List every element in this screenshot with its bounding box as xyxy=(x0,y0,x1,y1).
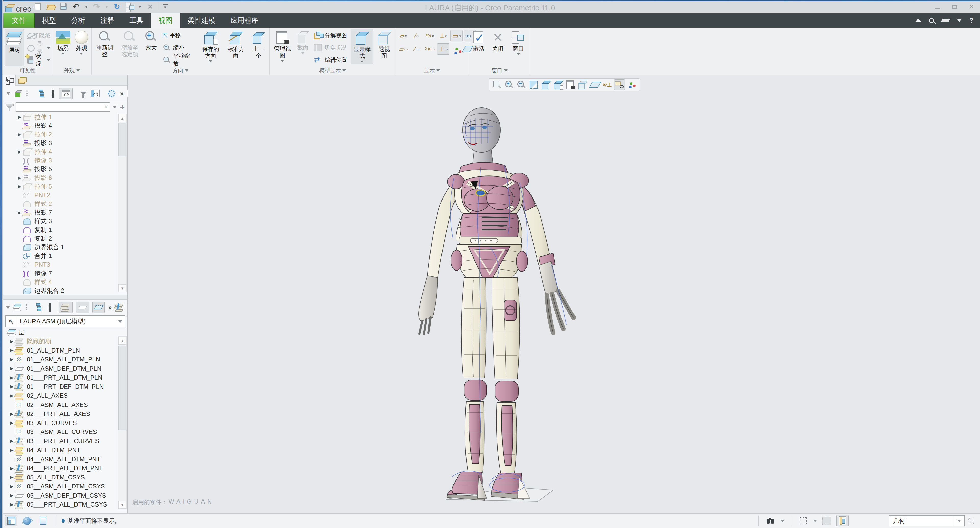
learning-center-icon[interactable] xyxy=(941,19,950,22)
layer-more-dots[interactable] xyxy=(25,301,27,313)
saved-orientations-button[interactable]: 保存的方向 xyxy=(199,29,223,64)
tab-file[interactable]: 文件 xyxy=(3,13,35,27)
select-box-button[interactable] xyxy=(797,515,810,526)
tab-tools[interactable]: 工具 xyxy=(122,13,151,27)
undo-button[interactable]: ↶ xyxy=(71,2,81,11)
layer-item[interactable]: ▶隐藏的项 xyxy=(3,337,127,346)
scroll-up-button[interactable]: ▲ xyxy=(118,114,126,122)
layer-item[interactable]: ▶01__ASM_DEF_DTM_PLN xyxy=(3,364,127,373)
resize-grip[interactable] xyxy=(968,518,974,524)
add-filter-button[interactable]: + xyxy=(119,103,125,111)
tree-item[interactable]: ▶样式 4 xyxy=(3,278,127,286)
new-file-button[interactable] xyxy=(33,2,43,11)
undo-dropdown[interactable]: ▼ xyxy=(84,2,89,11)
layer-tree-scrollbar[interactable]: ▲ ▼ xyxy=(118,337,127,509)
find-button[interactable] xyxy=(765,515,777,526)
tab-model[interactable]: 模型 xyxy=(35,13,64,27)
tree-item[interactable]: ▶边界混合 2 xyxy=(3,286,127,295)
layer-item[interactable]: ▶04___PRT_ALL_DTM_PNT xyxy=(3,464,127,473)
zoom-in-button[interactable]: 放大 xyxy=(143,29,159,53)
tab-flexible-modeling[interactable]: 柔性建模 xyxy=(180,13,223,27)
save-button[interactable] xyxy=(58,2,68,11)
hide-button[interactable]: 隐藏 xyxy=(25,30,52,41)
switch-status-button[interactable]: 切换状况 xyxy=(312,42,350,54)
axis-tag-display-toggle[interactable]: ∕▭ xyxy=(410,43,423,55)
layer-item[interactable]: ▶01_ALL_DTM_PLN xyxy=(3,346,127,355)
tab-analysis[interactable]: 分析 xyxy=(64,13,93,27)
status-button[interactable]: 状况 xyxy=(25,54,52,66)
activate-button[interactable]: 激活 xyxy=(470,29,488,54)
close-window-button[interactable]: ✕ xyxy=(145,2,155,11)
layer-item[interactable]: ▶03_ALL_CURVES xyxy=(3,418,127,428)
display-style-button[interactable]: 显示样式 xyxy=(351,29,374,64)
tree-item[interactable]: ▶拉伸 2 xyxy=(3,130,127,139)
open-file-button[interactable] xyxy=(45,2,56,11)
layer-item[interactable]: ▶05_ALL_DTM_CSYS xyxy=(3,473,127,482)
repaint-icon[interactable] xyxy=(528,80,539,90)
maximize-button[interactable] xyxy=(949,3,959,11)
tree-item[interactable]: ▶拉伸 5 xyxy=(3,182,127,191)
close-window-ribbon-button[interactable]: ✕ 关闭 xyxy=(489,29,507,54)
help-icon[interactable]: ? xyxy=(969,17,974,24)
panel-splitter[interactable] xyxy=(3,295,127,300)
layer-root[interactable]: 层 xyxy=(3,328,127,337)
tree-filter-dropdown[interactable] xyxy=(6,88,11,99)
refit-icon[interactable] xyxy=(492,80,502,90)
layer-collapse-all-button[interactable] xyxy=(45,301,52,313)
layer-plane-toggle[interactable] xyxy=(92,301,105,313)
show-button[interactable]: 显示 xyxy=(25,42,52,54)
layer-show-toggle[interactable] xyxy=(59,301,73,313)
standard-orientation-button[interactable]: 标准方向 xyxy=(224,29,248,61)
perspective-button[interactable]: 透视图 xyxy=(374,29,394,61)
close-button[interactable]: ✕ xyxy=(966,3,977,11)
layer-item-toggle[interactable] xyxy=(76,301,89,313)
axis-display-toggle[interactable]: ∕o xyxy=(410,30,423,41)
edit-position-button[interactable]: ⇄编辑位置 xyxy=(312,54,350,66)
tree-item[interactable]: ▶合并 1 xyxy=(3,252,127,260)
zoom-in-icon[interactable] xyxy=(504,80,514,90)
navigator-toggle-button[interactable] xyxy=(5,515,18,526)
scroll-down-button[interactable]: ▼ xyxy=(118,284,126,292)
sections-button[interactable]: 截面 xyxy=(295,29,311,56)
show-columns-button[interactable] xyxy=(59,88,73,99)
scroll-down-button[interactable]: ▼ xyxy=(118,501,126,509)
layer-item[interactable]: ▶04__ASM_ALL_DTM_PNT xyxy=(3,455,127,464)
tree-item[interactable]: ▶投影 3 xyxy=(3,139,127,147)
window-switch-dropdown[interactable]: ▼ xyxy=(137,2,143,11)
plane-display-toggle[interactable]: ▱o xyxy=(397,30,410,41)
more-dots-icon[interactable] xyxy=(26,88,28,99)
pan-button[interactable]: ⇱平移 xyxy=(161,30,197,41)
geometry-filter-disabled-button[interactable] xyxy=(821,515,833,526)
tab-view[interactable]: 视图 xyxy=(151,13,180,27)
csys-display-toggle[interactable]: ⊥o xyxy=(437,30,449,41)
tree-item[interactable]: ▶拉伸 1 xyxy=(3,113,127,121)
learning-dropdown-icon[interactable] xyxy=(957,19,962,22)
plane-tag-display-toggle[interactable]: ▱▭ xyxy=(397,43,410,55)
find-dropdown-icon[interactable] xyxy=(781,520,785,522)
clipping-icon[interactable] xyxy=(590,80,600,90)
layer-item[interactable]: ▶05___PRT_ALL_DTM_CSYS xyxy=(3,500,127,509)
layer-item[interactable]: ▶02___PRT_ALL_AXES xyxy=(3,410,127,419)
layer-filter-dropdown[interactable] xyxy=(5,301,11,313)
previous-view-button[interactable]: 上一个 xyxy=(249,29,268,61)
tree-item[interactable]: ▶复制 1 xyxy=(3,226,127,234)
tree-item[interactable]: ▶投影 5 xyxy=(3,165,127,174)
layer-item[interactable]: ▶01___PRT_DEF_DTM_PLN xyxy=(3,382,127,391)
graphics-area[interactable]: ×∕⊥ xyxy=(128,75,980,514)
minimize-button[interactable] xyxy=(932,3,943,11)
collapse-ribbon-icon[interactable] xyxy=(915,19,921,22)
layer-item[interactable]: ▶03__ASM_ALL_CURVES xyxy=(3,428,127,437)
tree-filters-button[interactable] xyxy=(80,88,87,99)
annotation-display-icon[interactable] xyxy=(614,80,625,90)
layer-item[interactable]: ▶02_ALL_AXES xyxy=(3,391,127,400)
web-browser-button[interactable] xyxy=(21,515,33,526)
selection-filter-combo[interactable]: 几何 xyxy=(889,515,965,526)
tab-annotate[interactable]: 注释 xyxy=(93,13,122,27)
layer-item[interactable]: ▶01___PRT_ALL_DTM_PLN xyxy=(3,373,127,383)
scroll-thumb[interactable] xyxy=(118,346,126,430)
refit-button[interactable]: 重新调整 xyxy=(93,29,117,59)
tree-item[interactable]: ▶投影 4 xyxy=(3,121,127,130)
layer-expand-all-button[interactable] xyxy=(33,301,42,313)
tree-item[interactable]: ▶样式 3 xyxy=(3,217,127,226)
tree-item[interactable]: ▶投影 6 xyxy=(3,174,127,182)
